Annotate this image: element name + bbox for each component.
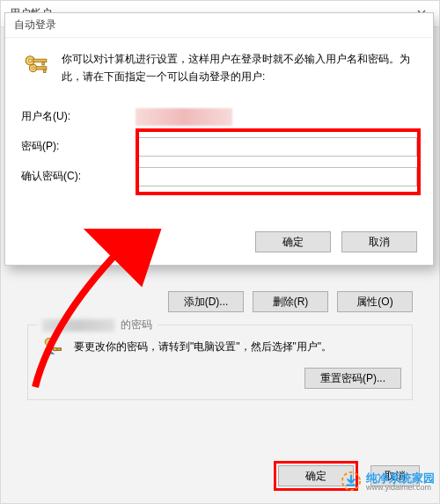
svg-point-4 [29,59,32,62]
watermark: 纯净系统家园 www.yidaimei.com [341,471,435,492]
password-group-title: 的密码 [37,318,158,332]
svg-point-0 [45,338,53,346]
username-input[interactable] [136,108,232,126]
watermark-url: www.yidaimei.com [366,483,435,492]
password-label: 密码(P): [21,139,136,154]
password-group: 的密码 要更改你的密码，请转到"电脑设置"，然后选择"用户"。 重置密码(P).… [27,325,413,400]
svg-point-8 [32,67,34,69]
dialog-cancel-button[interactable]: 取消 [341,231,417,252]
user-key-icon [39,334,65,359]
svg-rect-9 [36,67,47,69]
svg-rect-10 [44,69,47,72]
fields: 用户名(U): 密码(P): 确认密码(C): [21,102,417,192]
username-label: 用户名(U): [21,109,136,124]
remove-button[interactable]: 删除(R) [253,291,328,312]
svg-rect-5 [33,59,47,62]
dialog-ok-button[interactable]: 确定 [255,231,331,252]
redacted-username [42,319,114,332]
dialog-title: 自动登录 [14,18,56,33]
dialog-body: 你可以对计算机进行设置，这样用户在登录时就不必输入用户名和密码。为此，请在下面指… [5,38,433,265]
reset-password-button[interactable]: 重置密码(P)... [304,368,401,389]
dialog-titlebar: 自动登录 [5,13,433,38]
add-button[interactable]: 添加(D)... [168,291,244,312]
svg-point-2 [54,347,57,351]
password-input[interactable] [136,137,417,157]
dialog-message: 你可以对计算机进行设置，这样用户在登录时就不必输入用户名和密码。为此，请在下面指… [62,50,417,86]
svg-rect-6 [42,62,45,65]
watermark-logo-icon [341,471,361,491]
auto-login-dialog: 自动登录 你可以对计算机进行设置，这样用户在登录时就不必输入用户名和密码。为此，… [4,12,434,266]
confirm-password-input[interactable] [136,167,417,186]
password-change-text: 要更改你的密码，请转到"电脑设置"，然后选择"用户"。 [74,340,332,354]
properties-button[interactable]: 属性(O) [337,291,413,312]
confirm-password-label: 确认密码(C): [21,169,136,184]
keys-icon [21,50,51,80]
